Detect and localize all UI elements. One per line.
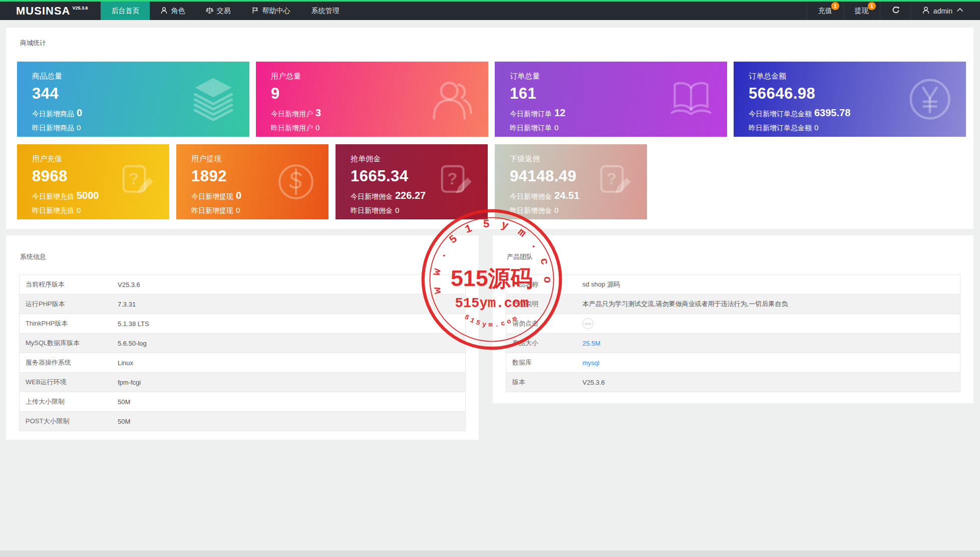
user-menu[interactable]: admin [910,2,967,20]
database-link[interactable]: mysql [582,359,599,367]
today-label: 今日新增订单 [510,110,552,118]
table-row: 产品大小25.5M [506,334,960,353]
row-label: 版本 [506,373,577,392]
system-info-table: 当前程序版本V25.3.6 运行PHP版本7.3.31 ThinkPHP版本5.… [19,274,466,431]
svg-text:?: ? [129,169,139,188]
row-label: 产品说明 [506,295,577,314]
refresh-icon [891,6,899,16]
row-label: 产品大小 [506,334,577,353]
stat-card-user-recharge: 用户充值 8968 今日新增充值5000 昨日新增充值0 ? [17,144,169,219]
row-value: Linux [112,353,466,373]
system-info-title: 系统信息 [20,252,466,261]
table-row: MySQL数据库版本5.6.50-log [20,334,466,353]
navbar-actions: 充值 1 提现 1 admin [807,2,967,20]
today-value: 6395.78 [814,107,850,118]
yesterday-value: 0 [236,206,240,214]
menu-item-label: 系统管理 [311,7,339,16]
row-value: V25.3.6 [112,275,466,295]
stat-card-grab-commission: 抢单佣金 1665.34 今日新增佣金226.27 昨日新增佣金0 ? [336,144,488,219]
menu-item-system[interactable]: 系统管理 [300,2,350,20]
yesterday-label: 昨日新增充值 [32,206,74,214]
user-avatar-icon [922,6,930,16]
yesterday-value: 0 [554,123,558,132]
stat-card-goods-total: 商品总量 344 今日新增商品0 昨日新增商品0 [17,62,249,137]
svg-text:?: ? [606,169,616,188]
yen-circle-icon [906,75,954,123]
stat-card-sub-rebate: 下级返佣 94148.49 今日新增佣金24.51 昨日新增佣金0 ? [495,144,647,219]
question-doc-icon: ? [435,161,476,202]
row-label: 运行PHP版本 [20,295,112,314]
row-label: MySQL数据库版本 [20,334,112,353]
today-value: 5000 [77,190,99,201]
table-row: 当前程序版本V25.3.6 [20,275,466,295]
user-icon [160,7,168,16]
book-icon [667,75,715,123]
yesterday-value: 0 [77,123,81,132]
row-label: 产品名称 [506,275,577,295]
today-label: 今日新增提现 [191,192,233,200]
product-team-panel: 产品团队 产品名称sd shop 源码 产品说明本产品只为学习测试交流,请勿要做… [493,235,973,403]
yesterday-value: 0 [77,206,81,214]
row-label: WEB运行环境 [20,373,112,392]
yesterday-label: 昨日新增订单 [510,124,552,132]
menu-item-dashboard[interactable]: 后台首页 [101,2,150,20]
yesterday-value: 0 [315,123,319,132]
yesterday-label: 昨日新增佣金 [351,206,393,214]
menu-item-trade[interactable]: 交易 [195,2,241,20]
withdraw-button[interactable]: 提现 1 [843,2,880,20]
today-value: 24.51 [554,190,579,201]
table-row: 产品说明本产品只为学习测试交流,请勿要做商业或者用于违法行为,一切后果自负 [506,295,960,314]
row-value: sd shop 源码 [576,275,960,295]
chevron-up-icon [956,6,964,16]
username: admin [933,7,952,15]
menu-item-label: 后台首页 [111,7,139,16]
today-label: 今日新增用户 [271,110,313,118]
stat-card-user-withdraw: 用户提现 1892 今日新增提现0 昨日新增提现0 [176,144,329,219]
row-label: 请勿点击 [506,314,577,334]
question-doc-icon: ? [116,161,157,202]
table-row: 运行PHP版本7.3.31 [20,295,466,314]
yesterday-value: 0 [395,206,399,214]
scales-icon [206,7,213,16]
table-row: ThinkPHP版本5.1.38 LTS [20,314,466,334]
menu-item-label: 帮助中心 [262,7,290,16]
product-team-title: 产品团队 [507,252,960,261]
row-value: 5.6.50-log [112,334,466,353]
yesterday-value: 0 [554,206,558,214]
table-row: 产品名称sd shop 源码 [506,275,960,295]
yesterday-label: 昨日新增用户 [271,124,313,132]
today-label: 今日新增订单总金额 [749,110,812,118]
svg-text:?: ? [447,169,457,188]
today-label: 今日新增商品 [32,110,74,118]
stat-card-users-total: 用户总量 9 今日新增用户3 昨日新增用户0 [256,62,488,137]
recharge-button[interactable]: 充值 1 [807,2,843,20]
badge-404: 404 [582,318,593,329]
footer-strip [0,550,980,557]
row-value: 50M [112,392,466,412]
question-doc-icon: ? [594,161,635,202]
refresh-button[interactable] [880,2,910,20]
product-size-link[interactable]: 25.5M [582,340,600,347]
menu-item-help-center[interactable]: 帮助中心 [241,2,300,20]
row-label: 服务器操作系统 [20,353,112,373]
menu-item-label: 交易 [216,7,230,16]
mall-stats-title: 商城统计 [20,39,46,48]
today-value: 12 [554,107,565,118]
row-value: 本产品只为学习测试交流,请勿要做商业或者用于违法行为,一切后果自负 [576,295,960,314]
today-value: 3 [315,107,321,118]
table-row: 版本V25.3.6 [506,373,960,392]
today-value: 226.27 [395,190,426,201]
table-row: 上传大小限制50M [20,392,466,412]
yesterday-value: 0 [814,123,818,132]
stat-card-orders-total: 订单总量 161 今日新增订单12 昨日新增订单0 [495,62,727,137]
withdraw-label: 提现 [855,7,869,16]
menu-item-label: 角色 [171,7,185,16]
table-row: 请勿点击404 [506,314,960,334]
today-value: 0 [236,190,241,201]
menu-item-roles[interactable]: 角色 [150,2,195,20]
yesterday-label: 昨日新增商品 [32,124,74,132]
app-logo: MUSINSA V25.3.6 [16,2,88,20]
row-value: V25.3.6 [576,373,960,392]
row-label: ThinkPHP版本 [20,314,112,334]
recharge-badge: 1 [831,2,839,10]
